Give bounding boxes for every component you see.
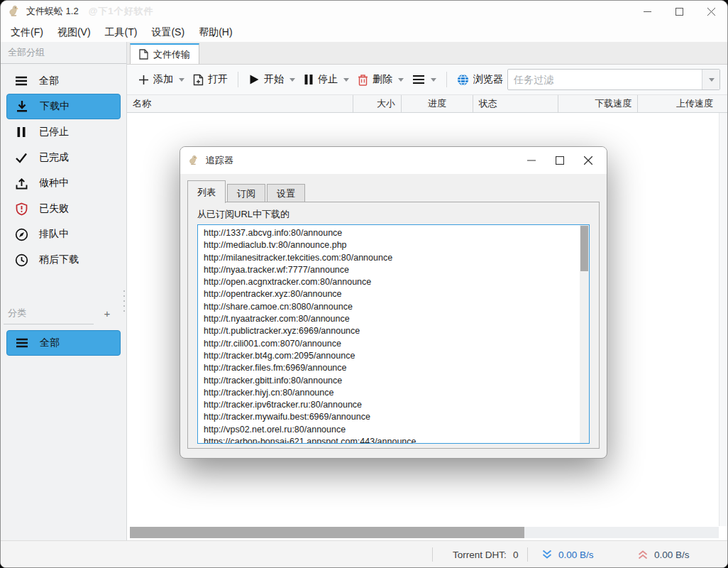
trash-icon (358, 74, 368, 86)
sidebar-item-label: 全部 (39, 75, 59, 87)
menu-bar: 文件(F) 视图(V) 工具(T) 设置(S) 帮助(H) (1, 22, 727, 42)
menu-view[interactable]: 视图(V) (50, 22, 98, 42)
hamburger-icon (412, 75, 425, 84)
more-actions-button[interactable] (408, 71, 441, 88)
menu-tools[interactable]: 工具(T) (98, 22, 145, 42)
dht-value: 0 (513, 541, 519, 568)
sidebar-item-label: 做种中 (39, 177, 69, 190)
horizontal-scrollbar-thumb[interactable] (130, 527, 524, 538)
sidebar-item-downloading[interactable]: 下载中 (6, 94, 121, 119)
delete-button[interactable]: 删除 (353, 70, 408, 89)
sidebar-item-failed[interactable]: 已失败 (6, 196, 121, 222)
statusbar-divider (527, 547, 528, 562)
sidebar-splitter-handle[interactable] (123, 290, 126, 312)
chevron-down-icon[interactable] (179, 78, 184, 82)
dialog-tab-subscriptions[interactable]: 订阅 (227, 184, 265, 203)
tracker-textarea[interactable]: http://1337.abcvg.info:80/announcehttp:/… (197, 224, 590, 444)
task-filter-input[interactable] (508, 74, 702, 85)
category-item-all[interactable]: 全部 (6, 330, 121, 356)
chevron-down-icon[interactable] (398, 78, 404, 82)
minimize-button[interactable] (632, 1, 663, 22)
column-header-upload-speed[interactable]: 上传速度 (638, 95, 719, 112)
app-duck-icon (8, 5, 21, 18)
add-category-button[interactable]: + (101, 307, 114, 320)
close-button[interactable] (695, 1, 727, 22)
browser-label: 浏览器 (473, 73, 503, 86)
maximize-button[interactable] (663, 1, 695, 22)
divider (4, 324, 94, 324)
column-header-download-speed[interactable]: 下载速度 (558, 95, 639, 112)
tab-label: 文件传输 (153, 48, 190, 61)
menu-settings[interactable]: 设置(S) (144, 22, 192, 42)
dht-label: Torrent DHT: (453, 541, 507, 568)
menu-help[interactable]: 帮助(H) (192, 22, 239, 42)
category-item-label: 全部 (40, 337, 60, 349)
dialog-tab-settings[interactable]: 设置 (267, 184, 305, 203)
tracker-url: http://t.publictracker.xyz:6969/announce (204, 325, 580, 337)
start-button[interactable]: 开始 (244, 70, 299, 89)
start-label: 开始 (264, 73, 284, 86)
textarea-scrollbar-thumb[interactable] (580, 226, 588, 271)
tracker-url: http://nyaa.tracker.wf:7777/announce (204, 264, 580, 276)
dialog-minimize-button[interactable] (517, 147, 546, 174)
open-label: 打开 (208, 73, 228, 86)
tracker-url: http://milanesitracker.tekcities.com:80/… (204, 252, 580, 264)
sidebar-item-all[interactable]: 全部 (6, 68, 121, 94)
textarea-scrollbar-track[interactable] (580, 225, 589, 443)
tracker-url: http://tracker.mywaifu.best:6969/announc… (204, 411, 580, 423)
table-header-stub (719, 94, 727, 113)
sidebar-item-label: 下载中 (40, 100, 70, 113)
tracker-url: http://vps02.net.orel.ru:80/announce (204, 424, 580, 436)
column-header-status[interactable]: 状态 (473, 95, 558, 112)
sidebar-item-label: 已失败 (39, 202, 69, 215)
sidebar-item-later[interactable]: 稍后下载 (6, 247, 121, 273)
tab-strip: 文件传输 (127, 42, 727, 65)
tracker-url: http://tracker.bt4g.com:2095/announce (204, 350, 580, 362)
plus-icon (138, 75, 149, 85)
stop-button[interactable]: 停止 (299, 70, 353, 89)
chevron-down-icon[interactable] (431, 78, 436, 82)
column-header-name[interactable]: 名称 (127, 95, 353, 112)
globe-icon (457, 74, 469, 86)
tab-file-transfer[interactable]: 文件传输 (130, 43, 199, 64)
tracker-url: http://tr.cili001.com:8070/announce (204, 338, 580, 350)
sidebar-item-queued[interactable]: 排队中 (6, 222, 121, 247)
open-button[interactable]: 打开 (189, 70, 232, 89)
sidebar-item-completed[interactable]: 已完成 (6, 145, 121, 170)
compass-icon (13, 226, 29, 242)
pause-icon (304, 74, 314, 85)
chevron-down-icon[interactable] (289, 78, 295, 82)
menu-file[interactable]: 文件(F) (4, 22, 50, 42)
dialog-close-button[interactable] (574, 147, 602, 174)
stop-label: 停止 (318, 73, 338, 86)
vertical-scrollbar-track[interactable] (719, 113, 727, 526)
sidebar-item-seeding[interactable]: 做种中 (6, 170, 121, 196)
sidebar-item-label: 稍后下载 (39, 253, 79, 266)
status-bar: Torrent DHT: 0 0.00 B/s 0.00 B/s (1, 540, 727, 567)
filter-dropdown-button[interactable] (702, 70, 719, 89)
sidebar-item-label: 已完成 (39, 151, 69, 164)
divider (1, 63, 126, 64)
menu-icon (13, 73, 29, 89)
tracker-url: http://share.camoe.cn:8080/announce (204, 301, 580, 313)
dialog-tab-list[interactable]: 列表 (187, 180, 226, 203)
column-header-progress[interactable]: 进度 (402, 95, 473, 112)
tracker-url: http://tracker.gbitt.info:80/announce (204, 375, 580, 387)
categories-header-row: 分类 + (1, 304, 126, 321)
browser-button[interactable]: 浏览器 (453, 70, 507, 89)
window-controls (632, 1, 727, 22)
tracker-url: http://opentracker.xyz:80/announce (204, 288, 580, 300)
sidebar-item-stopped[interactable]: 已停止 (6, 119, 121, 145)
horizontal-scrollbar-track[interactable] (130, 527, 719, 538)
shield-alert-icon (13, 201, 29, 217)
statusbar-divider (432, 547, 433, 562)
tracker-url: http://tracker.hiyj.cn:80/announce (204, 387, 580, 399)
dialog-maximize-button[interactable] (546, 147, 574, 174)
tracker-list-label: 从已订阅URL中下载的 (188, 202, 599, 225)
column-header-size[interactable]: 大小 (353, 95, 402, 112)
chevron-down-icon[interactable] (343, 78, 349, 82)
window-title: 文件蜈蚣 1.2 (26, 5, 79, 18)
check-icon (13, 150, 29, 165)
app-duck-icon (188, 155, 199, 166)
add-button[interactable]: 添加 (134, 70, 189, 89)
